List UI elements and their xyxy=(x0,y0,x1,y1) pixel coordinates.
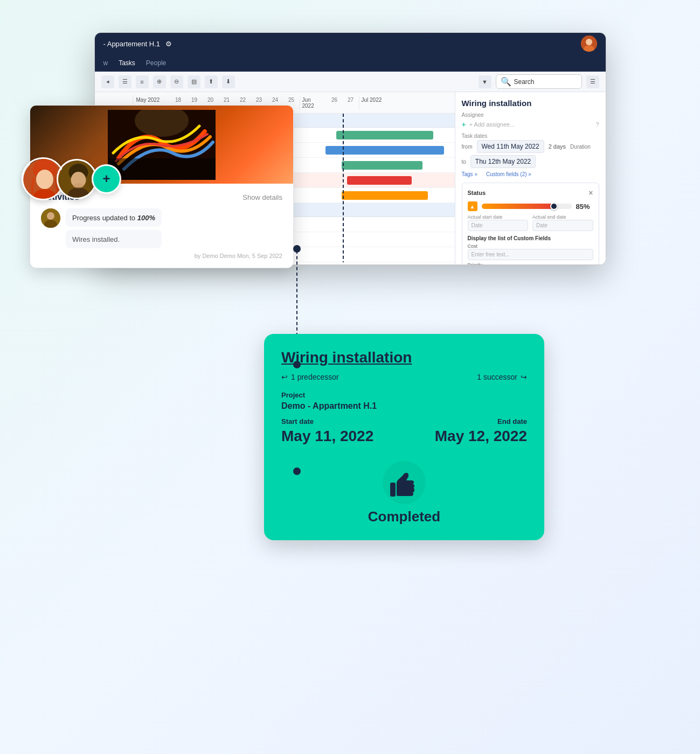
status-section: Status × ▲ 85% xyxy=(462,183,599,264)
show-details-link[interactable]: Show details xyxy=(242,193,282,201)
svg-rect-4 xyxy=(108,158,216,180)
warning-icon: ▲ xyxy=(468,201,477,211)
duration-label-text: Duration xyxy=(570,144,591,150)
dedent-button[interactable]: ≡ xyxy=(136,75,149,88)
task-bar-wiring xyxy=(347,176,412,185)
predecessor-arrow: ↩ xyxy=(281,373,288,381)
project-label: Project xyxy=(281,391,527,399)
project-value: Demo - Appartment H.1 xyxy=(281,401,527,411)
menu-item-people[interactable]: People xyxy=(146,59,166,67)
dashed-line xyxy=(343,114,344,262)
jul-label: Jul 2022 xyxy=(359,96,386,110)
back-button[interactable]: ◂ xyxy=(101,75,114,88)
successor-arrow: ↪ xyxy=(521,373,527,381)
note-bubble: Wires installed. xyxy=(66,230,162,248)
indent-button[interactable]: ☰ xyxy=(119,75,131,88)
status-label: Status xyxy=(468,190,486,196)
cost-label: Cost xyxy=(468,243,593,249)
filter-icon[interactable]: ▼ xyxy=(479,75,491,88)
menu-item-tasks[interactable]: Tasks xyxy=(119,59,135,67)
task-bar-5 xyxy=(342,191,428,200)
toolbar: ◂ ☰ ≡ ⊕ ⊖ ▤ ⬆ ⬇ ▼ 🔍 ☰ xyxy=(95,72,606,92)
menu-item-w[interactable]: w xyxy=(103,59,108,67)
actual-start-label: Actual start date xyxy=(468,214,529,220)
dates-row: from Wed 11th May 2022 2 days Duration xyxy=(462,140,599,153)
progress-fill xyxy=(482,204,558,209)
custom-fields-display: Display the list of Custom Fields xyxy=(468,235,593,241)
add-assignee-text[interactable]: + Add assignee... xyxy=(469,121,515,128)
progress-track xyxy=(482,204,572,209)
task-dates-label: Task dates xyxy=(462,133,599,139)
add-assignee-icon[interactable]: + xyxy=(462,120,466,129)
download-button[interactable]: ⬇ xyxy=(222,75,235,88)
svg-point-1 xyxy=(586,39,592,45)
actual-start-input[interactable]: Date xyxy=(468,220,529,231)
date-from: Wed 11th May 2022 xyxy=(477,140,544,153)
successor-text: 1 successor xyxy=(477,373,517,381)
zoom-in-button[interactable]: ⊕ xyxy=(153,75,166,88)
status-header: Status × xyxy=(468,188,593,197)
date-to-row: to Thu 12th May 2022 xyxy=(462,155,599,168)
progress-percent: 85% xyxy=(576,203,593,211)
completed-label: Completed xyxy=(368,508,440,525)
menu-bar: w Tasks People xyxy=(95,54,606,72)
upload-button[interactable]: ⬆ xyxy=(205,75,218,88)
dates-section: Start date May 11, 2022 End date May 12,… xyxy=(281,417,527,445)
search-input[interactable] xyxy=(514,78,577,86)
day-27: 27 xyxy=(343,96,359,110)
svg-point-7 xyxy=(47,212,54,220)
svg-rect-10 xyxy=(390,483,396,497)
close-button[interactable]: × xyxy=(588,188,593,197)
custom-fields-link[interactable]: Custom fields (2) » xyxy=(486,171,531,177)
wiring-card: Wiring installation ↩ 1 predecessor 1 su… xyxy=(264,334,544,540)
task-bar-1 xyxy=(336,131,433,139)
connector-dot-bottom xyxy=(293,467,301,475)
search-icon: 🔍 xyxy=(501,76,511,87)
to-label: to xyxy=(462,159,466,165)
end-date-value: May 12, 2022 xyxy=(435,428,527,445)
end-date-block: End date May 12, 2022 xyxy=(435,417,527,445)
actual-end-input[interactable]: Date xyxy=(532,220,593,231)
avatar-group: + xyxy=(22,157,121,200)
progress-bubble: Progress updated to 100% xyxy=(66,208,162,227)
app-title: - Appartement H.1 xyxy=(103,40,161,48)
add-person-button[interactable]: + xyxy=(92,164,121,194)
day-26: 26 xyxy=(327,96,343,110)
title-bar: - Appartement H.1 ⚙ xyxy=(95,33,606,54)
activity-footer: by Demo Demo Mon, 5 Sep 2022 xyxy=(41,253,282,259)
successor-nav[interactable]: 1 successor ↪ xyxy=(477,373,527,381)
duration: 2 days xyxy=(549,143,566,150)
user-avatar[interactable] xyxy=(581,36,597,52)
progress-thumb[interactable] xyxy=(550,203,558,210)
progress-text: Progress updated to 100% xyxy=(72,214,155,222)
wiring-card-nav: ↩ 1 predecessor 1 successor ↪ xyxy=(281,373,527,381)
progress-row: ▲ 85% xyxy=(468,201,593,211)
priority-field: Priority Enter free text... xyxy=(468,262,593,264)
actual-end-label: Actual end date xyxy=(532,214,593,220)
from-label: from xyxy=(462,144,473,150)
priority-label: Priority xyxy=(468,262,593,264)
date-to: Thu 12th May 2022 xyxy=(470,155,536,168)
start-date-value: May 11, 2022 xyxy=(281,428,373,445)
list-view-button[interactable]: ☰ xyxy=(586,75,599,88)
tags-link[interactable]: Tags » xyxy=(462,171,477,177)
start-date-block: Start date May 11, 2022 xyxy=(281,417,373,445)
activity-item: Progress updated to 100% Wires installed… xyxy=(41,208,282,248)
search-box[interactable]: 🔍 xyxy=(496,74,582,89)
connector-dot-mid xyxy=(293,361,301,368)
predecessor-nav[interactable]: ↩ 1 predecessor xyxy=(281,373,339,381)
gear-icon[interactable]: ⚙ xyxy=(165,40,172,48)
actual-end-col: Actual end date Date xyxy=(532,214,593,231)
thumbs-up-icon xyxy=(383,461,426,504)
activity-note: Wires installed. xyxy=(72,235,120,243)
predecessor-text: 1 predecessor xyxy=(291,373,339,381)
activity-bubbles: Progress updated to 100% Wires installed… xyxy=(66,208,162,248)
progress-bold: 100% xyxy=(137,214,155,222)
tags-custom-row: Tags » Custom fields (2) » xyxy=(462,171,599,177)
cost-input[interactable]: Enter free text... xyxy=(468,249,593,260)
svg-point-13 xyxy=(36,170,53,189)
activity-avatar xyxy=(41,208,60,228)
jun-label: Jun 2022 xyxy=(300,96,327,110)
zoom-out-button[interactable]: ⊖ xyxy=(170,75,183,88)
view-button[interactable]: ▤ xyxy=(188,75,200,88)
